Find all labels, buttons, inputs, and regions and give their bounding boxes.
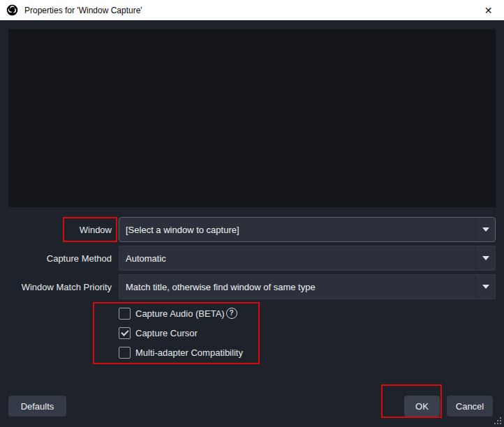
match-priority-value: Match title, otherwise find window of sa… bbox=[119, 282, 475, 292]
window-select[interactable]: [Select a window to capture] bbox=[119, 217, 496, 242]
obs-logo-icon bbox=[6, 4, 18, 16]
capture-method-label: Capture Method bbox=[0, 246, 112, 271]
chevron-down-icon bbox=[482, 285, 489, 289]
multi-adapter-checkbox-row[interactable]: Multi-adapter Compatibility bbox=[119, 346, 243, 359]
cancel-button[interactable]: Cancel bbox=[447, 396, 493, 417]
match-priority-arrow[interactable] bbox=[475, 275, 495, 299]
match-priority-label: Window Match Priority bbox=[0, 274, 112, 299]
capture-cursor-checkbox[interactable] bbox=[119, 327, 131, 339]
window-select-value: [Select a window to capture] bbox=[119, 225, 475, 235]
capture-method-select[interactable]: Automatic bbox=[119, 246, 496, 271]
capture-method-arrow[interactable] bbox=[475, 246, 495, 270]
dialog-body: Window [Select a window to capture] Capt… bbox=[0, 20, 504, 427]
window-title: Properties for 'Window Capture' bbox=[24, 6, 142, 15]
titlebar: Properties for 'Window Capture' ✕ bbox=[0, 0, 504, 20]
multi-adapter-checkbox[interactable] bbox=[119, 347, 131, 359]
capture-audio-label: Capture Audio (BETA) bbox=[135, 308, 225, 319]
capture-method-value: Automatic bbox=[119, 253, 475, 264]
form-row-match-priority: Window Match Priority Match title, other… bbox=[0, 274, 504, 299]
capture-cursor-checkbox-row[interactable]: Capture Cursor bbox=[119, 327, 198, 339]
capture-audio-checkbox[interactable] bbox=[119, 308, 131, 320]
chevron-down-icon bbox=[482, 256, 489, 260]
window-select-arrow[interactable] bbox=[475, 218, 495, 241]
capture-cursor-label: Capture Cursor bbox=[135, 328, 198, 338]
defaults-button[interactable]: Defaults bbox=[8, 396, 66, 417]
help-icon[interactable]: ? bbox=[226, 308, 237, 319]
source-preview bbox=[8, 29, 496, 207]
chevron-down-icon bbox=[482, 227, 489, 232]
form-row-capture-method: Capture Method Automatic bbox=[0, 246, 504, 271]
match-priority-select[interactable]: Match title, otherwise find window of sa… bbox=[119, 274, 496, 299]
resize-grip-icon[interactable] bbox=[494, 417, 501, 424]
ok-button[interactable]: OK bbox=[404, 396, 440, 417]
close-icon[interactable]: ✕ bbox=[473, 0, 504, 20]
properties-dialog: Properties for 'Window Capture' ✕ Window… bbox=[0, 0, 504, 427]
form-row-window: Window [Select a window to capture] bbox=[0, 217, 504, 242]
multi-adapter-label: Multi-adapter Compatibility bbox=[135, 347, 243, 358]
window-label: Window bbox=[0, 217, 112, 242]
capture-audio-checkbox-row[interactable]: Capture Audio (BETA) ? bbox=[119, 307, 237, 320]
